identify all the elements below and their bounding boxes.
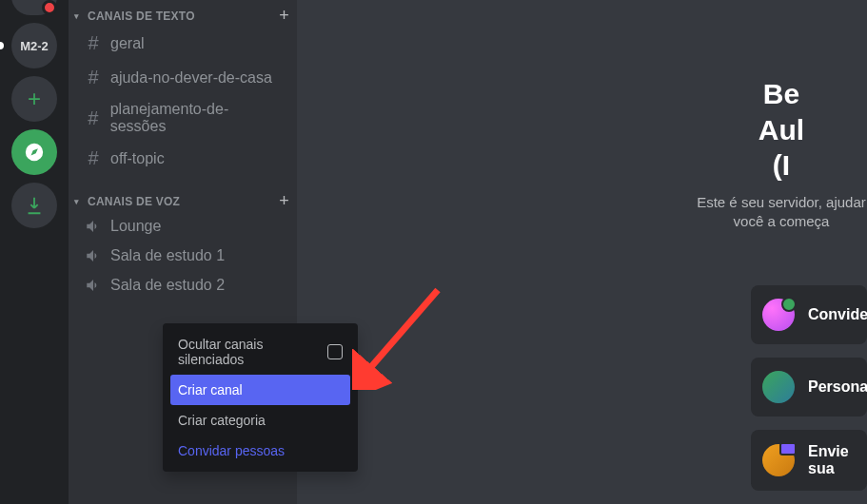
channel-name: Sala de estudo 2	[110, 277, 225, 294]
checkbox-icon[interactable]	[327, 344, 343, 359]
channel-voice[interactable]: Sala de estudo 1	[76, 242, 289, 270]
welcome-title: Be Aul (I	[696, 76, 867, 184]
card-personalize[interactable]: Personal	[751, 358, 867, 417]
notification-badge	[42, 0, 57, 15]
download-apps-button[interactable]	[11, 183, 57, 228]
server-icon-m22[interactable]: M2-2	[11, 23, 57, 68]
ctx-create-category[interactable]: Criar categoria	[170, 405, 350, 436]
invite-icon	[762, 299, 795, 331]
channel-name: Lounge	[110, 218, 161, 235]
channel-voice[interactable]: Sala de estudo 2	[76, 271, 289, 300]
channel-name: Sala de estudo 1	[110, 247, 225, 264]
channel-name: off-topic	[110, 150, 165, 167]
ctx-label: Criar categoria	[178, 413, 266, 428]
server-icon-partial[interactable]	[11, 0, 57, 15]
channel-text[interactable]: #ajuda-no-dever-de-casa	[76, 61, 289, 94]
send-message-icon	[762, 444, 795, 476]
hash-icon: #	[84, 67, 103, 88]
channel-text[interactable]: #geral	[76, 27, 289, 60]
welcome-block: Be Aul (I Este é seu servidor, ajudar vo…	[696, 76, 867, 231]
download-icon	[24, 195, 45, 216]
explore-servers-button[interactable]	[11, 129, 57, 175]
category-label: CANAIS DE TEXTO	[88, 10, 195, 23]
channel-text[interactable]: #planejamento-de-sessões	[76, 95, 289, 141]
speaker-icon	[84, 277, 103, 294]
plus-icon: +	[28, 86, 41, 112]
chevron-down-icon: ▾	[74, 11, 86, 21]
server-selection-pill	[0, 42, 4, 49]
hash-icon: #	[84, 107, 103, 129]
card-label: Personal	[808, 378, 867, 396]
add-channel-icon[interactable]: +	[279, 191, 289, 211]
add-channel-icon[interactable]: +	[279, 6, 289, 26]
ctx-label: Convidar pessoas	[178, 443, 285, 458]
channel-name: ajuda-no-dever-de-casa	[110, 69, 272, 87]
card-label: Envie sua	[808, 443, 856, 477]
context-menu: Ocultar canais silenciados Criar canal C…	[163, 323, 358, 472]
main-content: Be Aul (I Este é seu servidor, ajudar vo…	[297, 0, 867, 504]
add-server-button[interactable]: +	[11, 76, 57, 122]
ctx-invite-people[interactable]: Convidar pessoas	[170, 436, 350, 466]
channel-name: planejamento-de-sessões	[110, 101, 282, 135]
card-send-message[interactable]: Envie sua	[751, 430, 867, 491]
server-rail: M2-2 +	[0, 0, 69, 504]
category-header-text[interactable]: ▾ CANAIS DE TEXTO +	[69, 0, 297, 26]
ctx-label: Criar canal	[178, 382, 243, 397]
welcome-subtitle: Este é seu servidor, ajudar você a começ…	[696, 193, 867, 232]
compass-icon	[24, 142, 45, 163]
server-label: M2-2	[20, 39, 49, 53]
category-label: CANAIS DE VOZ	[88, 195, 180, 208]
card-invite[interactable]: Convide	[751, 285, 867, 344]
channel-name: geral	[110, 35, 145, 52]
speaker-icon	[84, 218, 103, 235]
onboarding-cards: Convide Personal Envie sua	[751, 285, 867, 491]
category-header-voice[interactable]: ▾ CANAIS DE VOZ +	[69, 185, 297, 211]
hash-icon: #	[84, 32, 103, 54]
ctx-create-channel[interactable]: Criar canal	[170, 375, 350, 405]
channel-voice[interactable]: Lounge	[76, 212, 289, 241]
ctx-hide-muted[interactable]: Ocultar canais silenciados	[170, 329, 350, 375]
speaker-icon	[84, 247, 103, 264]
personalize-icon	[762, 371, 795, 403]
hash-icon: #	[84, 147, 103, 169]
card-label: Convide	[808, 306, 867, 323]
ctx-label: Ocultar canais silenciados	[178, 337, 327, 367]
chevron-down-icon: ▾	[74, 197, 86, 206]
channel-text[interactable]: #off-topic	[76, 142, 289, 175]
